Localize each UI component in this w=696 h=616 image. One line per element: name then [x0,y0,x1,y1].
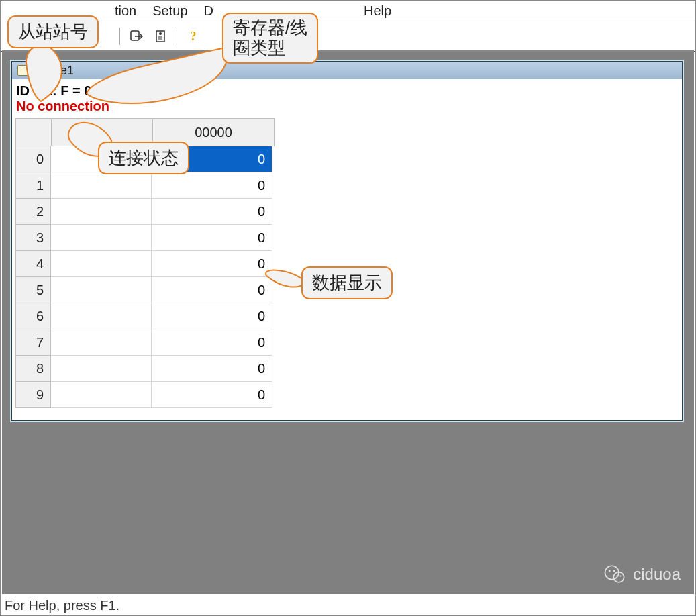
svg-point-3 [159,32,162,35]
table-row[interactable]: 90 [16,382,275,408]
slave-id-function-line: ID = 1: F = 03 [13,82,681,99]
table-row[interactable]: 40 [16,251,275,277]
table-cell-blank[interactable] [51,303,152,329]
status-bar: For Help, press F1. [1,595,695,615]
table-cell-value[interactable]: 0 [152,303,272,329]
table-row[interactable]: 20 [16,199,275,225]
table-row[interactable]: 80 [16,356,275,382]
table-cell-value[interactable]: 0 [152,199,272,225]
annotation-data-display: 数据显示 [301,266,393,299]
table-cell-blank[interactable] [51,172,152,199]
svg-point-13 [620,576,622,577]
table-corner-cell [16,119,52,146]
connection-status: No connection [13,99,681,118]
table-row[interactable]: 30 [16,225,275,251]
svg-rect-0 [131,31,139,40]
table-cell-value[interactable]: 0 [152,329,272,356]
table-cell-value[interactable]: 0 [152,382,272,408]
application-window: tion Setup D Help ? bslave1 ID = 1: F = … [0,0,696,616]
menu-setup[interactable]: Setup [144,2,195,20]
svg-point-12 [617,576,618,577]
doc-icon[interactable] [150,25,171,47]
wechat-icon [603,563,626,586]
table-cell-blank[interactable] [51,382,152,408]
annotation-slave-id: 从站站号 [7,15,99,48]
svg-point-10 [609,570,611,572]
toolbar-separator [177,28,177,45]
table-row-index: 2 [16,199,51,225]
child-window-title: bslave1 [32,62,74,79]
status-text: For Help, press F1. [5,598,119,613]
table-row-index: 7 [16,329,51,356]
table-cell-value[interactable]: 0 [152,277,272,303]
table-cell-value[interactable]: 0 [152,251,272,277]
table-cell-blank[interactable] [51,251,152,277]
table-cell-blank[interactable] [51,356,152,382]
annotation-register-type: 寄存器/线 圈类型 [222,13,318,64]
menu-connection[interactable]: tion [107,2,144,20]
file-icon [17,65,28,76]
table-cell-blank[interactable] [51,225,152,251]
toolbar: ? [1,21,695,52]
watermark: ciduoa [603,563,681,586]
table-row-index: 8 [16,356,51,382]
table-cell-value[interactable]: 0 [152,225,272,251]
table-row[interactable]: 60 [16,303,275,329]
menu-display[interactable]: D [196,2,221,20]
menu-help[interactable]: Help [356,2,399,20]
table-row[interactable]: 70 [16,329,275,356]
svg-text:?: ? [191,30,197,43]
menubar: tion Setup D Help [1,1,695,21]
table-cell-value[interactable]: 0 [152,172,272,199]
svg-point-11 [613,570,615,572]
table-row-index: 4 [16,251,51,277]
table-row-index: 5 [16,277,51,303]
disconnect-icon[interactable] [126,25,147,47]
table-cell-blank[interactable] [51,277,152,303]
table-row-index: 0 [16,146,51,172]
table-cell-value[interactable]: 0 [152,356,272,382]
toolbar-separator [119,28,120,45]
child-window-body: ID = 1: F = 03 No connection 00000 00102… [12,79,682,420]
table-row-index: 3 [16,225,51,251]
table-row-index: 6 [16,303,51,329]
watermark-text: ciduoa [633,565,681,584]
table-cell-blank[interactable] [51,199,152,225]
table-row-index: 9 [16,382,51,408]
child-window-mbslave1: bslave1 ID = 1: F = 03 No connection 000… [11,61,683,421]
table-row[interactable]: 10 [16,172,275,199]
mdi-area: bslave1 ID = 1: F = 03 No connection 000… [2,50,694,594]
child-window-title-bar[interactable]: bslave1 [12,62,682,80]
annotation-connection-state: 连接状态 [98,142,189,174]
help-icon[interactable]: ? [183,25,204,47]
table-row-index: 1 [16,172,51,199]
table-cell-blank[interactable] [51,329,152,356]
table-row[interactable]: 50 [16,277,275,303]
